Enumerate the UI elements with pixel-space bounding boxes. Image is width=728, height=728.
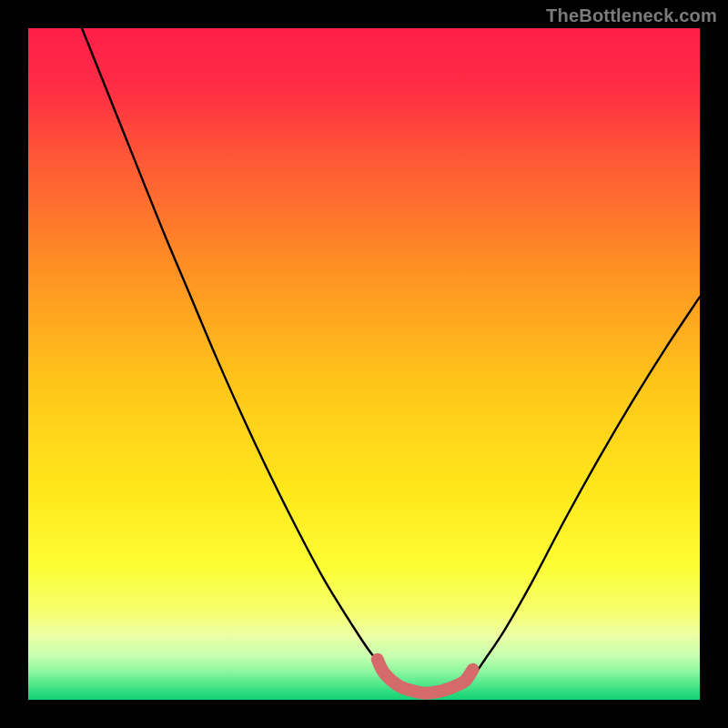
bottleneck-curve — [82, 28, 700, 696]
watermark-label: TheBottleneck.com — [546, 5, 717, 26]
chart-frame: TheBottleneck.com — [0, 0, 728, 728]
curve-layer — [28, 28, 700, 700]
optimal-flat-zone — [378, 660, 473, 693]
plot-area — [28, 28, 700, 700]
